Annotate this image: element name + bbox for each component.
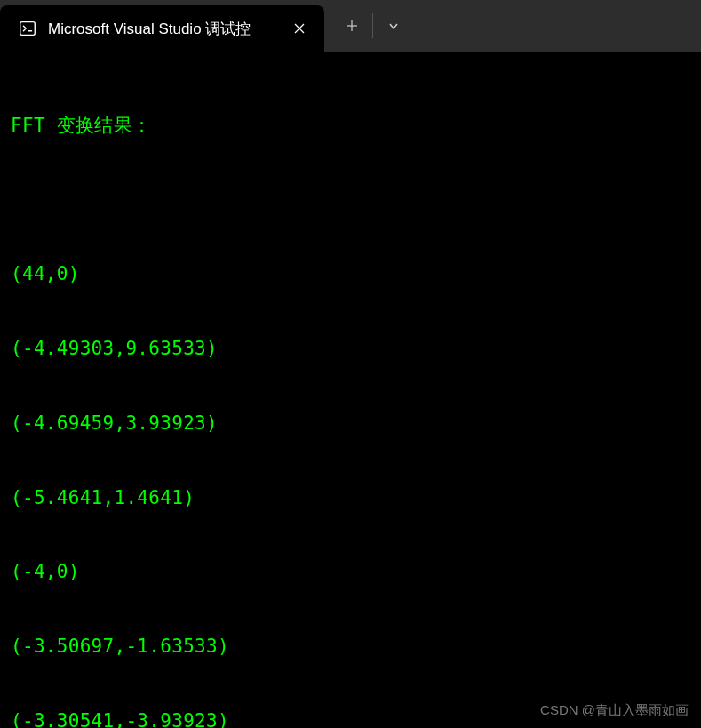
close-tab-button[interactable] — [289, 18, 310, 39]
terminal-line: FFT 变换结果： — [11, 114, 690, 139]
terminal-line: (-4.49303,9.63533) — [11, 337, 690, 362]
watermark: CSDN @青山入墨雨如画 — [540, 702, 689, 719]
terminal-line — [11, 188, 690, 213]
terminal-line: (44,0) — [11, 262, 690, 287]
tab-title: Microsoft Visual Studio 调试控 — [48, 19, 251, 39]
new-tab-button[interactable] — [331, 0, 372, 52]
active-tab[interactable]: Microsoft Visual Studio 调试控 — [0, 5, 324, 52]
dropdown-button[interactable] — [373, 0, 414, 52]
terminal-output: FFT 变换结果： (44,0) (-4.49303,9.63533) (-4.… — [0, 52, 701, 728]
terminal-line: (-4,0) — [11, 560, 690, 585]
window-titlebar: Microsoft Visual Studio 调试控 — [0, 0, 701, 52]
tab-actions — [324, 0, 421, 52]
terminal-line: (-5.4641,1.4641) — [11, 486, 690, 511]
terminal-line: (-4.69459,3.93923) — [11, 412, 690, 436]
terminal-line: (-3.50697,-1.63533) — [11, 635, 690, 660]
terminal-icon — [18, 19, 37, 38]
svg-rect-0 — [20, 22, 36, 36]
